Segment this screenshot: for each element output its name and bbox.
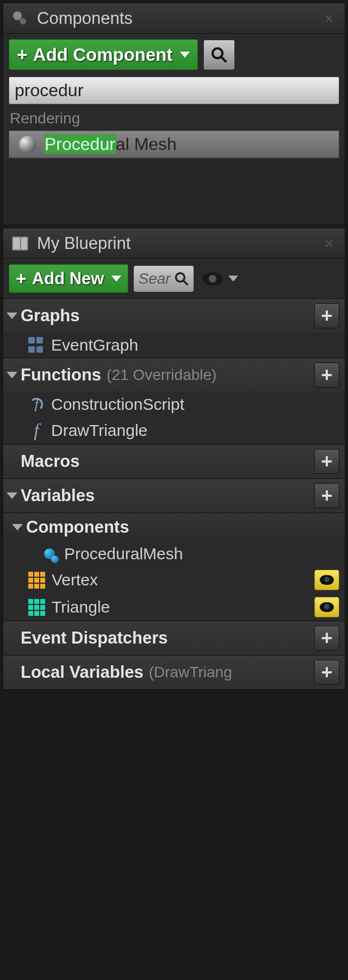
chevron-down-icon bbox=[111, 276, 121, 282]
add-component-button[interactable]: + Add Component bbox=[9, 39, 198, 70]
function-label: DrawTriangle bbox=[51, 421, 147, 440]
section-local-variables-title: Local Variables bbox=[21, 663, 144, 682]
chevron-down-icon bbox=[228, 276, 238, 282]
add-new-button[interactable]: + Add New bbox=[9, 264, 128, 293]
expand-icon bbox=[7, 492, 17, 499]
blueprint-tab-title: My Blueprint bbox=[37, 234, 321, 253]
section-event-dispatchers-title: Event Dispatchers bbox=[21, 628, 168, 648]
section-local-variables[interactable]: Local Variables (DrawTriang + bbox=[3, 655, 345, 689]
var-label: ProceduralMesh bbox=[64, 545, 183, 563]
graph-icon bbox=[28, 337, 45, 353]
graph-label: EventGraph bbox=[51, 336, 138, 354]
var-triangle[interactable]: Triangle bbox=[3, 594, 345, 621]
array-icon bbox=[28, 599, 45, 616]
plus-icon: + bbox=[16, 268, 27, 289]
section-var-components[interactable]: Components bbox=[3, 513, 345, 541]
component-search-input[interactable] bbox=[9, 77, 339, 104]
eye-icon bbox=[202, 272, 223, 285]
mesh-icon bbox=[19, 136, 36, 153]
section-macros[interactable]: Macros + bbox=[3, 444, 345, 478]
close-icon[interactable]: × bbox=[321, 9, 337, 28]
blueprint-search-input[interactable]: Sear bbox=[134, 266, 193, 292]
function-draw-triangle[interactable]: f DrawTriangle bbox=[3, 417, 345, 444]
section-variables-title: Variables bbox=[21, 486, 95, 505]
section-functions-title: Functions bbox=[21, 365, 101, 385]
var-vertex[interactable]: Vertex bbox=[3, 566, 345, 594]
function-icon: f bbox=[28, 396, 45, 413]
section-macros-title: Macros bbox=[21, 452, 80, 471]
function-label: ConstructionScript bbox=[51, 395, 184, 414]
empty-space bbox=[3, 159, 345, 224]
plus-icon: + bbox=[17, 44, 28, 65]
svg-point-4 bbox=[176, 273, 184, 282]
var-procedural-mesh[interactable]: ProceduralMesh bbox=[3, 541, 345, 566]
section-graphs[interactable]: Graphs + bbox=[3, 298, 345, 333]
expand-icon bbox=[12, 524, 23, 530]
expand-icon bbox=[7, 313, 17, 319]
svg-point-2 bbox=[213, 48, 222, 58]
function-construction-script[interactable]: f ConstructionScript bbox=[3, 392, 345, 417]
add-graph-button[interactable]: + bbox=[314, 303, 339, 328]
search-result-label: Procedural Mesh bbox=[44, 134, 177, 154]
my-blueprint-panel: My Blueprint × + Add New Sear Graphs + E… bbox=[3, 228, 345, 690]
components-tab-icon bbox=[11, 9, 29, 28]
svg-line-5 bbox=[183, 280, 188, 285]
add-component-label: Add Component bbox=[33, 45, 173, 65]
search-input-wrap bbox=[9, 77, 339, 104]
function-icon: f bbox=[28, 420, 45, 441]
add-macro-button[interactable]: + bbox=[314, 449, 339, 474]
visibility-toggle[interactable] bbox=[314, 597, 339, 617]
chevron-down-icon bbox=[180, 52, 190, 58]
view-options-dropdown[interactable] bbox=[199, 270, 241, 288]
add-new-label: Add New bbox=[32, 269, 104, 289]
blueprint-toolbar: + Add New Sear bbox=[3, 259, 345, 298]
visibility-toggle[interactable] bbox=[314, 570, 339, 590]
components-panel: Components × + Add Component Rendering P… bbox=[3, 3, 345, 225]
section-functions-sub: (21 Overridable) bbox=[107, 366, 314, 384]
section-event-dispatchers[interactable]: Event Dispatchers + bbox=[3, 621, 345, 655]
blueprint-tab-icon bbox=[11, 234, 29, 253]
add-function-button[interactable]: + bbox=[314, 363, 339, 388]
section-variables[interactable]: Variables + bbox=[3, 478, 345, 513]
add-dispatcher-button[interactable]: + bbox=[314, 626, 339, 651]
section-local-variables-sub: (DrawTriang bbox=[149, 664, 314, 681]
var-label: Vertex bbox=[52, 571, 98, 589]
close-icon[interactable]: × bbox=[321, 234, 337, 253]
component-icon bbox=[41, 546, 58, 562]
components-toolbar: + Add Component bbox=[3, 34, 345, 76]
search-result-procedural-mesh[interactable]: Procedural Mesh bbox=[9, 130, 339, 158]
svg-point-1 bbox=[20, 18, 26, 24]
search-button[interactable] bbox=[203, 40, 235, 70]
search-category: Rendering bbox=[3, 108, 345, 129]
components-tab[interactable]: Components × bbox=[3, 3, 345, 34]
add-variable-button[interactable]: + bbox=[314, 483, 339, 508]
components-tab-title: Components bbox=[37, 9, 321, 28]
section-var-components-title: Components bbox=[26, 517, 129, 537]
expand-icon bbox=[7, 372, 17, 378]
array-icon bbox=[28, 572, 45, 589]
graph-eventgraph[interactable]: EventGraph bbox=[3, 333, 345, 358]
var-label: Triangle bbox=[52, 598, 110, 616]
section-graphs-title: Graphs bbox=[21, 306, 80, 326]
svg-line-3 bbox=[221, 57, 226, 62]
svg-point-0 bbox=[13, 11, 22, 20]
my-blueprint-tab[interactable]: My Blueprint × bbox=[3, 228, 345, 259]
add-local-variable-button[interactable]: + bbox=[314, 660, 339, 685]
section-functions[interactable]: Functions (21 Overridable) + bbox=[3, 358, 345, 392]
